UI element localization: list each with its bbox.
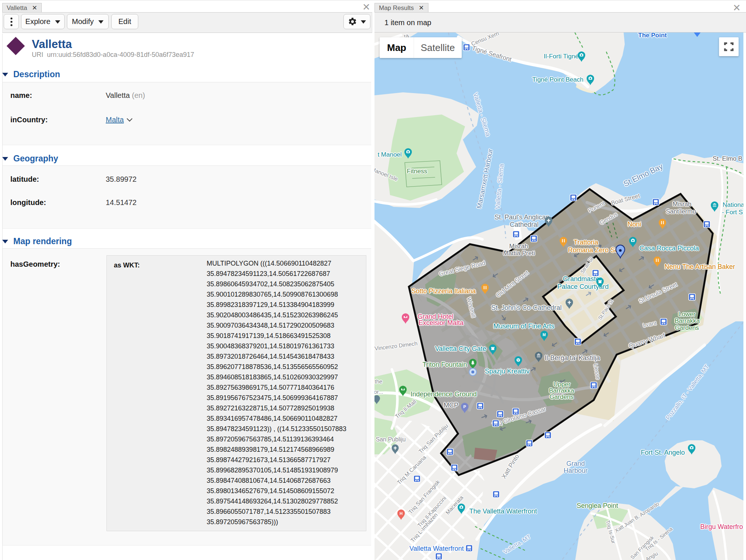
svg-text:M: M [543, 333, 546, 337]
svg-text:H: H [400, 511, 403, 516]
svg-text:P: P [463, 404, 466, 409]
